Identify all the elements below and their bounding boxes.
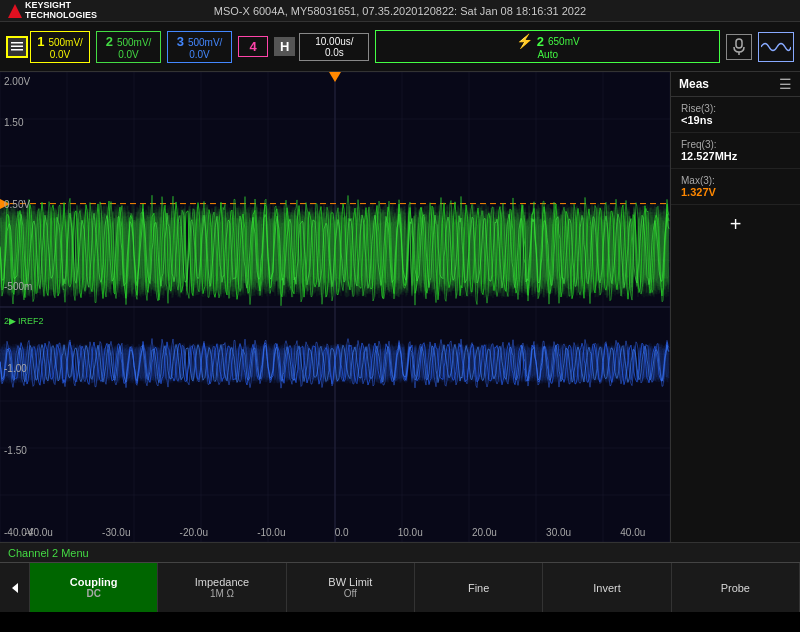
bwlimit-button[interactable]: BW Limit Off <box>287 563 415 612</box>
measurements-header: Meas ☰ <box>671 72 800 97</box>
ch3-box[interactable]: 3 500mV/ 0.0V <box>167 31 232 63</box>
ch2-menu-bar: Channel 2 Menu <box>0 542 800 562</box>
svg-marker-5 <box>12 583 18 593</box>
meas-max: Max(3): 1.327V <box>671 169 800 205</box>
panel-menu-icon[interactable]: ☰ <box>779 76 792 92</box>
impedance-value: 1M Ω <box>210 588 234 599</box>
bwlimit-label: BW Limit <box>328 576 372 588</box>
impedance-label: Impedance <box>195 576 249 588</box>
ch4-box[interactable]: 4 <box>238 36 268 57</box>
menu-icon[interactable] <box>6 36 28 58</box>
title-bar: KEYSIGHT TECHNOLOGIES MSO-X 6004A, MY580… <box>0 0 800 22</box>
ch2-box[interactable]: 2 500mV/ 0.0V <box>96 31 161 63</box>
logo-text: KEYSIGHT TECHNOLOGIES <box>25 1 97 21</box>
svg-rect-2 <box>11 49 23 51</box>
trigger-box[interactable]: ⚡ 2 650mV Auto <box>375 30 720 63</box>
main-area: 2▶ IREF2 2.00V 1.50 - 0.50V - -500m - -1… <box>0 72 800 542</box>
ch1-group[interactable]: 1 500mV/ 0.0V <box>6 31 90 63</box>
svg-rect-3 <box>736 39 742 48</box>
h-label: H <box>274 37 295 56</box>
logo-triangle <box>8 4 22 18</box>
keysight-logo: KEYSIGHT TECHNOLOGIES <box>8 1 97 21</box>
fine-button[interactable]: Fine <box>415 563 543 612</box>
ch2-label: 2▶ IREF2 <box>4 316 44 326</box>
coupling-button[interactable]: Coupling DC <box>30 563 158 612</box>
add-measurement-button[interactable]: + <box>671 205 800 244</box>
mic-button[interactable] <box>726 34 752 60</box>
svg-rect-0 <box>11 42 23 44</box>
meas-freq: Freq(3): 12.527MHz <box>671 133 800 169</box>
coupling-label: Coupling <box>70 576 118 588</box>
horizontal-group[interactable]: H 10.00us/ 0.0s <box>274 33 369 61</box>
right-panel: Meas ☰ Rise(3): <19ns Freq(3): 12.527MHz… <box>670 72 800 542</box>
invert-label: Invert <box>593 582 621 594</box>
coupling-value: DC <box>86 588 100 599</box>
trigger-arrow <box>329 72 341 82</box>
ch1-box[interactable]: 1 500mV/ 0.0V <box>30 31 90 63</box>
ch2-menu-label: Channel 2 Menu <box>8 547 89 559</box>
channel-bar: 1 500mV/ 0.0V 2 500mV/ 0.0V 3 500mV/ 0.0… <box>0 22 800 72</box>
scope-title: MSO-X 6004A, MY58031651, 07.35.202012082… <box>214 5 586 17</box>
trigger-icon: ⚡ <box>516 33 533 49</box>
svg-rect-1 <box>11 45 23 47</box>
trigger-level-marker <box>0 199 10 209</box>
probe-label: Probe <box>721 582 750 594</box>
bottom-menu[interactable]: Coupling DC Impedance 1M Ω BW Limit Off … <box>0 562 800 612</box>
impedance-button[interactable]: Impedance 1M Ω <box>158 563 286 612</box>
measurements-title: Meas <box>679 77 709 91</box>
bwlimit-value: Off <box>344 588 357 599</box>
invert-button[interactable]: Invert <box>543 563 671 612</box>
scope-canvas <box>0 72 670 542</box>
probe-button[interactable]: Probe <box>672 563 800 612</box>
scope-display: 2▶ IREF2 2.00V 1.50 - 0.50V - -500m - -1… <box>0 72 670 542</box>
horizontal-box[interactable]: 10.00us/ 0.0s <box>299 33 369 61</box>
meas-rise: Rise(3): <19ns <box>671 97 800 133</box>
wave-display-icon[interactable] <box>758 32 794 62</box>
fine-label: Fine <box>468 582 489 594</box>
scroll-left-button[interactable] <box>0 563 30 612</box>
